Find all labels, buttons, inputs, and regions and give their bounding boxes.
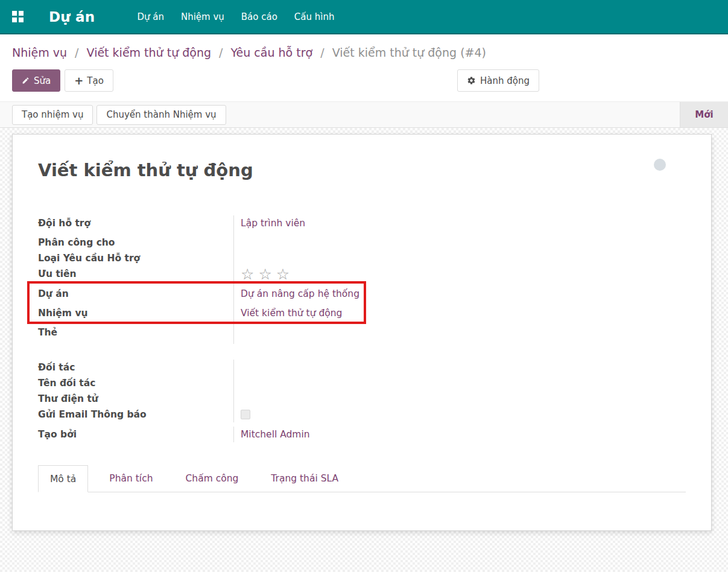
field-row-phan-cong-cho: Phân công cho xyxy=(38,235,686,250)
field-label: Tên đối tác xyxy=(38,375,233,391)
assignee-value[interactable] xyxy=(233,235,686,250)
send-email-checkbox[interactable] xyxy=(241,410,250,419)
field-label: Gửi Email Thông báo xyxy=(38,407,233,422)
menu-item-bao-cao[interactable]: Báo cáo xyxy=(241,11,277,22)
breadcrumb: Nhiệm vụ / Viết kiểm thử tự động / Yêu c… xyxy=(12,45,716,60)
email-value[interactable] xyxy=(233,391,686,407)
field-row-doi-tac: Đối tác xyxy=(38,360,686,375)
record-title: Viết kiểm thử tự động xyxy=(38,157,686,183)
main-menu: Dự án Nhiệm vụ Báo cáo Cấu hình xyxy=(137,11,334,22)
notebook: Mô tả Phân tích Chấm công Trạng thái SLA xyxy=(38,465,686,531)
breadcrumb-link-3[interactable]: Yêu cầu hỗ trợ xyxy=(231,46,313,59)
task-link[interactable]: Viết kiểm thử tự động xyxy=(241,308,342,319)
menu-item-du-an[interactable]: Dự án xyxy=(137,11,164,22)
breadcrumb-link-1[interactable]: Nhiệm vụ xyxy=(12,46,67,59)
field-group-2: Đối tác Tên đối tác Thư điện tử Gửi Emai… xyxy=(38,360,686,442)
create-button[interactable]: + Tạo xyxy=(65,69,113,92)
breadcrumb-separator: / xyxy=(219,46,223,59)
tab-mo-ta[interactable]: Mô tả xyxy=(38,465,88,492)
field-label: Tạo bởi xyxy=(38,427,233,442)
field-row-loai-yeu-cau: Loại Yêu cầu Hỗ trợ xyxy=(38,250,686,266)
field-row-ten-doi-tac: Tên đối tác xyxy=(38,375,686,391)
field-row-the: Thẻ xyxy=(38,325,686,344)
field-row-tao-boi: Tạo bởi Mitchell Admin xyxy=(38,427,686,442)
tab-cham-cong[interactable]: Chấm công xyxy=(174,465,250,492)
tab-content xyxy=(38,492,686,531)
field-row-uu-tien: Ưu tiên ☆☆☆ xyxy=(38,266,686,286)
field-row-doi-ho-tro: Đội hỗ trợ Lập trình viên xyxy=(38,215,686,235)
field-label: Ưu tiên xyxy=(38,266,233,286)
edit-button[interactable]: Sửa xyxy=(12,69,60,92)
breadcrumb-separator: / xyxy=(75,46,78,59)
control-panel-buttons: Sửa + Tạo Hành động xyxy=(12,69,716,92)
project-link[interactable]: Dự án nâng cấp hệ thống xyxy=(241,288,359,299)
control-panel: Nhiệm vụ / Viết kiểm thử tự động / Yêu c… xyxy=(0,34,728,101)
partner-name-value[interactable] xyxy=(233,375,686,391)
tags-value[interactable] xyxy=(233,325,686,344)
priority-stars-widget: ☆☆☆ xyxy=(241,265,294,283)
top-navbar: Dự án Dự án Nhiệm vụ Báo cáo Cấu hình xyxy=(0,0,728,34)
tab-trang-thai-sla[interactable]: Trạng thái SLA xyxy=(259,465,350,492)
field-row-du-an: Dự án Dự án nâng cấp hệ thống xyxy=(38,286,686,305)
menu-item-cau-hinh[interactable]: Cấu hình xyxy=(294,11,335,22)
team-link[interactable]: Lập trình viên xyxy=(241,218,305,229)
form-sheet: Viết kiểm thử tự động Đội hỗ trợ Lập trì… xyxy=(12,134,712,531)
create-button-label: Tạo xyxy=(87,75,104,86)
create-task-button[interactable]: Tạo nhiệm vụ xyxy=(12,105,93,125)
field-row-nhiem-vu: Nhiệm vụ Viết kiểm thử tự động xyxy=(38,305,686,325)
ticket-type-value[interactable] xyxy=(233,250,686,266)
rating-circle-icon xyxy=(654,159,666,171)
created-by-link[interactable]: Mitchell Admin xyxy=(241,429,310,440)
field-row-gui-email: Gửi Email Thông báo xyxy=(38,407,686,422)
breadcrumb-link-2[interactable]: Viết kiểm thử tự động xyxy=(87,46,211,59)
partner-value[interactable] xyxy=(233,360,686,375)
field-label: Nhiệm vụ xyxy=(38,305,233,325)
status-stage-new[interactable]: Mới xyxy=(680,102,728,127)
breadcrumb-separator: / xyxy=(320,46,324,59)
field-label: Thư điện tử xyxy=(38,391,233,407)
tab-strip: Mô tả Phân tích Chấm công Trạng thái SLA xyxy=(38,465,686,492)
field-label: Phân công cho xyxy=(38,235,233,250)
breadcrumb-current: Viết kiểm thử tự động (#4) xyxy=(332,46,486,59)
field-label: Loại Yêu cầu Hỗ trợ xyxy=(38,250,233,266)
convert-to-task-button[interactable]: Chuyển thành Nhiệm vụ xyxy=(97,105,226,125)
form-view-background: Viết kiểm thử tự động Đội hỗ trợ Lập trì… xyxy=(0,128,728,572)
field-label: Đội hỗ trợ xyxy=(38,215,233,235)
gear-icon xyxy=(467,76,476,85)
field-group-1: Đội hỗ trợ Lập trình viên Phân công cho … xyxy=(38,215,686,344)
plus-icon: + xyxy=(74,75,83,86)
edit-button-label: Sửa xyxy=(34,75,51,86)
apps-menu-icon[interactable] xyxy=(12,11,24,22)
tab-phan-tich[interactable]: Phân tích xyxy=(98,465,164,492)
pencil-icon xyxy=(22,77,30,84)
field-row-thu-dien-tu: Thư điện tử xyxy=(38,391,686,407)
statusbar: Tạo nhiệm vụ Chuyển thành Nhiệm vụ Mới xyxy=(0,101,728,128)
field-label: Dự án xyxy=(38,286,233,305)
app-brand[interactable]: Dự án xyxy=(49,9,95,25)
action-menu-label: Hành động xyxy=(480,75,530,86)
field-label: Thẻ xyxy=(38,325,233,344)
menu-item-nhiem-vu[interactable]: Nhiệm vụ xyxy=(181,11,224,22)
priority-star-icon[interactable]: ☆ xyxy=(276,265,294,283)
priority-star-icon[interactable]: ☆ xyxy=(258,265,276,283)
field-label: Đối tác xyxy=(38,360,233,375)
action-menu-button[interactable]: Hành động xyxy=(457,69,539,92)
priority-star-icon[interactable]: ☆ xyxy=(241,265,258,283)
